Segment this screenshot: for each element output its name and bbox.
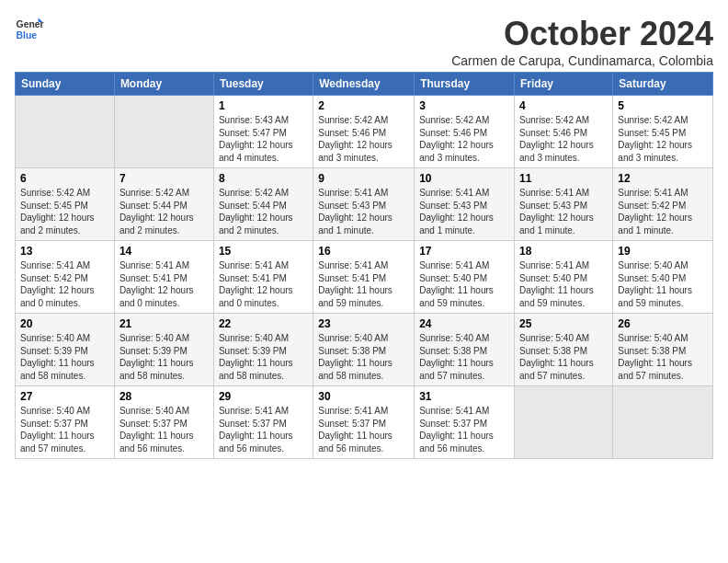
day-number: 3 <box>419 99 509 112</box>
svg-text:Blue: Blue <box>17 30 38 40</box>
day-detail: Sunrise: 5:42 AMSunset: 5:46 PMDaylight:… <box>419 114 509 164</box>
day-detail: Sunrise: 5:42 AMSunset: 5:44 PMDaylight:… <box>219 187 308 236</box>
page-header: General Blue October 2024 Carmen de Caru… <box>15 15 713 68</box>
calendar-cell: 25Sunrise: 5:40 AMSunset: 5:38 PMDayligh… <box>515 314 613 386</box>
weekday-monday: Monday <box>114 73 213 96</box>
day-detail: Sunrise: 5:40 AMSunset: 5:38 PMDaylight:… <box>419 332 509 382</box>
calendar-cell: 4Sunrise: 5:42 AMSunset: 5:46 PMDaylight… <box>515 96 613 168</box>
day-number: 22 <box>219 317 308 330</box>
calendar-cell: 14Sunrise: 5:41 AMSunset: 5:41 PMDayligh… <box>114 241 213 314</box>
weekday-friday: Friday <box>515 73 613 96</box>
day-detail: Sunrise: 5:41 AMSunset: 5:43 PMDaylight:… <box>519 187 608 236</box>
weekday-thursday: Thursday <box>415 73 515 96</box>
day-detail: Sunrise: 5:42 AMSunset: 5:45 PMDaylight:… <box>618 114 708 164</box>
calendar-cell: 3Sunrise: 5:42 AMSunset: 5:46 PMDaylight… <box>415 96 515 168</box>
day-detail: Sunrise: 5:40 AMSunset: 5:38 PMDaylight:… <box>318 332 409 382</box>
weekday-saturday: Saturday <box>613 73 713 96</box>
day-detail: Sunrise: 5:41 AMSunset: 5:37 PMDaylight:… <box>219 405 308 454</box>
day-number: 25 <box>519 317 608 330</box>
calendar-cell: 6Sunrise: 5:42 AMSunset: 5:45 PMDaylight… <box>16 168 115 241</box>
day-number: 14 <box>119 245 209 258</box>
logo-icon: General Blue <box>15 15 44 44</box>
calendar-cell: 30Sunrise: 5:41 AMSunset: 5:37 PMDayligh… <box>313 386 415 459</box>
calendar-cell: 5Sunrise: 5:42 AMSunset: 5:45 PMDaylight… <box>613 96 713 168</box>
calendar-table: SundayMondayTuesdayWednesdayThursdayFrid… <box>15 72 713 459</box>
calendar-cell: 24Sunrise: 5:40 AMSunset: 5:38 PMDayligh… <box>415 314 515 386</box>
day-number: 15 <box>219 245 308 258</box>
day-number: 18 <box>519 245 608 258</box>
day-number: 13 <box>20 245 109 258</box>
day-number: 1 <box>219 99 308 112</box>
day-detail: Sunrise: 5:41 AMSunset: 5:42 PMDaylight:… <box>618 187 708 236</box>
day-detail: Sunrise: 5:40 AMSunset: 5:38 PMDaylight:… <box>618 332 708 382</box>
calendar-cell: 20Sunrise: 5:40 AMSunset: 5:39 PMDayligh… <box>16 314 115 386</box>
day-detail: Sunrise: 5:42 AMSunset: 5:46 PMDaylight:… <box>318 114 409 164</box>
day-number: 6 <box>20 172 109 185</box>
day-detail: Sunrise: 5:40 AMSunset: 5:39 PMDaylight:… <box>219 332 308 382</box>
day-detail: Sunrise: 5:41 AMSunset: 5:37 PMDaylight:… <box>318 405 409 454</box>
day-number: 29 <box>219 390 308 403</box>
logo: General Blue <box>15 15 44 44</box>
day-detail: Sunrise: 5:41 AMSunset: 5:42 PMDaylight:… <box>20 259 109 309</box>
calendar-cell: 18Sunrise: 5:41 AMSunset: 5:40 PMDayligh… <box>515 241 613 314</box>
calendar-cell: 12Sunrise: 5:41 AMSunset: 5:42 PMDayligh… <box>613 168 713 241</box>
day-detail: Sunrise: 5:41 AMSunset: 5:41 PMDaylight:… <box>119 259 209 309</box>
calendar-cell <box>114 96 213 168</box>
calendar-cell: 16Sunrise: 5:41 AMSunset: 5:41 PMDayligh… <box>313 241 415 314</box>
day-number: 21 <box>119 317 209 330</box>
calendar-cell: 9Sunrise: 5:41 AMSunset: 5:43 PMDaylight… <box>313 168 415 241</box>
day-number: 31 <box>419 390 509 403</box>
day-number: 27 <box>20 390 109 403</box>
day-detail: Sunrise: 5:42 AMSunset: 5:46 PMDaylight:… <box>519 114 608 164</box>
day-detail: Sunrise: 5:40 AMSunset: 5:38 PMDaylight:… <box>519 332 608 382</box>
day-number: 26 <box>618 317 708 330</box>
weekday-wednesday: Wednesday <box>313 73 415 96</box>
calendar-cell: 22Sunrise: 5:40 AMSunset: 5:39 PMDayligh… <box>213 314 313 386</box>
calendar-cell: 29Sunrise: 5:41 AMSunset: 5:37 PMDayligh… <box>213 386 313 459</box>
calendar-cell: 17Sunrise: 5:41 AMSunset: 5:40 PMDayligh… <box>415 241 515 314</box>
day-number: 24 <box>419 317 509 330</box>
day-number: 20 <box>20 317 109 330</box>
day-detail: Sunrise: 5:40 AMSunset: 5:37 PMDaylight:… <box>119 405 209 454</box>
calendar-cell: 15Sunrise: 5:41 AMSunset: 5:41 PMDayligh… <box>213 241 313 314</box>
day-number: 4 <box>519 99 608 112</box>
calendar-week-2: 6Sunrise: 5:42 AMSunset: 5:45 PMDaylight… <box>16 168 713 241</box>
day-number: 23 <box>318 317 409 330</box>
calendar-cell: 19Sunrise: 5:40 AMSunset: 5:40 PMDayligh… <box>613 241 713 314</box>
title-block: October 2024 Carmen de Carupa, Cundinama… <box>451 15 713 68</box>
calendar-cell: 1Sunrise: 5:43 AMSunset: 5:47 PMDaylight… <box>213 96 313 168</box>
calendar-cell: 27Sunrise: 5:40 AMSunset: 5:37 PMDayligh… <box>16 386 115 459</box>
calendar-cell: 7Sunrise: 5:42 AMSunset: 5:44 PMDaylight… <box>114 168 213 241</box>
day-number: 2 <box>318 99 409 112</box>
day-detail: Sunrise: 5:41 AMSunset: 5:41 PMDaylight:… <box>219 259 308 309</box>
weekday-tuesday: Tuesday <box>213 73 313 96</box>
day-number: 16 <box>318 245 409 258</box>
day-number: 12 <box>618 172 708 185</box>
day-number: 30 <box>318 390 409 403</box>
day-detail: Sunrise: 5:40 AMSunset: 5:39 PMDaylight:… <box>119 332 209 382</box>
day-number: 17 <box>419 245 509 258</box>
day-number: 7 <box>119 172 209 185</box>
day-detail: Sunrise: 5:42 AMSunset: 5:44 PMDaylight:… <box>119 187 209 236</box>
calendar-cell: 23Sunrise: 5:40 AMSunset: 5:38 PMDayligh… <box>313 314 415 386</box>
day-detail: Sunrise: 5:40 AMSunset: 5:39 PMDaylight:… <box>20 332 109 382</box>
calendar-cell: 21Sunrise: 5:40 AMSunset: 5:39 PMDayligh… <box>114 314 213 386</box>
calendar-week-1: 1Sunrise: 5:43 AMSunset: 5:47 PMDaylight… <box>16 96 713 168</box>
day-detail: Sunrise: 5:40 AMSunset: 5:40 PMDaylight:… <box>618 259 708 309</box>
calendar-cell: 31Sunrise: 5:41 AMSunset: 5:37 PMDayligh… <box>415 386 515 459</box>
day-detail: Sunrise: 5:41 AMSunset: 5:41 PMDaylight:… <box>318 259 409 309</box>
day-detail: Sunrise: 5:41 AMSunset: 5:40 PMDaylight:… <box>519 259 608 309</box>
calendar-cell: 28Sunrise: 5:40 AMSunset: 5:37 PMDayligh… <box>114 386 213 459</box>
calendar-cell <box>16 96 115 168</box>
day-number: 9 <box>318 172 409 185</box>
weekday-header-row: SundayMondayTuesdayWednesdayThursdayFrid… <box>16 73 713 96</box>
day-detail: Sunrise: 5:40 AMSunset: 5:37 PMDaylight:… <box>20 405 109 454</box>
calendar-cell <box>515 386 613 459</box>
day-detail: Sunrise: 5:41 AMSunset: 5:43 PMDaylight:… <box>318 187 409 236</box>
day-number: 19 <box>618 245 708 258</box>
day-number: 5 <box>618 99 708 112</box>
location: Carmen de Carupa, Cundinamarca, Colombia <box>451 53 713 68</box>
day-detail: Sunrise: 5:42 AMSunset: 5:45 PMDaylight:… <box>20 187 109 236</box>
calendar-cell: 2Sunrise: 5:42 AMSunset: 5:46 PMDaylight… <box>313 96 415 168</box>
month-title: October 2024 <box>451 15 713 53</box>
